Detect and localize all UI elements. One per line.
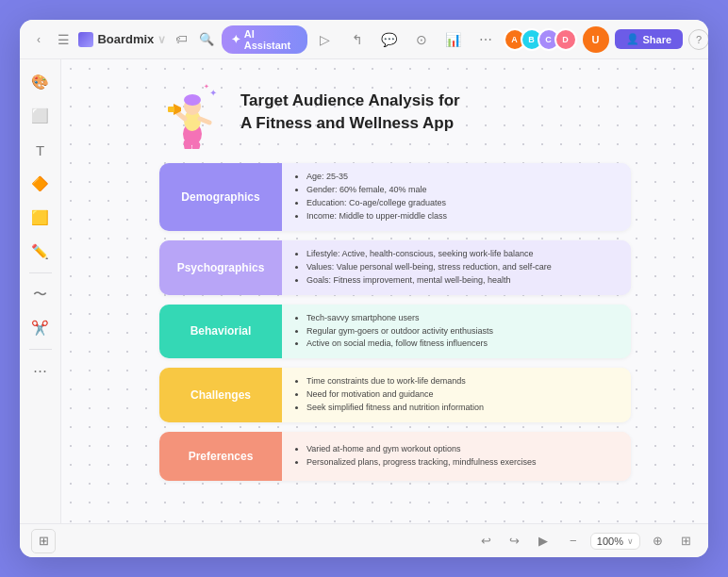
more-tools[interactable]: ⋯ <box>25 355 56 386</box>
pref-bullet-2: Personalized plans, progress tracking, m… <box>306 456 620 470</box>
chall-bullet-3: Seek simplified fitness and nutrition in… <box>306 402 620 415</box>
avatar-group: A B C D <box>504 28 577 51</box>
canvas[interactable]: ✦ ✦ Target Audience Analysis for A Fitne… <box>61 59 708 523</box>
select-tool[interactable]: ⬜ <box>25 101 56 131</box>
behav-bullet-2: Regular gym-goers or outdoor activity en… <box>306 325 620 338</box>
illustration: ✦ ✦ <box>159 74 225 150</box>
search-button[interactable]: 🔍 <box>197 29 216 50</box>
avatar-4: D <box>554 28 577 51</box>
comment-icon[interactable]: 💬 <box>377 27 402 52</box>
grid-view-button[interactable]: ⊞ <box>674 530 697 552</box>
curve-tool[interactable]: 〜 <box>25 279 56 309</box>
svg-point-5 <box>184 94 201 106</box>
app-window: ‹ ☰ Boardmix ∨ 🏷 🔍 ✦ AI Assistant ▷ ↰ 💬 … <box>20 20 708 557</box>
svg-text:✦: ✦ <box>204 83 209 90</box>
challenges-content: Time constraints due to work-life demand… <box>282 368 631 422</box>
brand-name: Boardmix <box>97 32 154 46</box>
zoom-level: 100% <box>597 536 623 547</box>
challenges-label: Challenges <box>159 368 282 422</box>
share-label: Share <box>643 34 672 45</box>
psychographics-label: Psychographics <box>159 240 282 295</box>
brand-chevron: ∨ <box>157 33 166 46</box>
ai-star-icon: ✦ <box>231 33 240 46</box>
play-icon[interactable]: ▷ <box>313 27 338 52</box>
tag-button[interactable]: 🏷 <box>172 29 190 50</box>
toolbar-separator <box>29 272 52 273</box>
diagram-title: Target Audience Analysis for A Fitness a… <box>240 90 460 135</box>
zoom-out-button[interactable]: − <box>562 530 585 552</box>
svg-line-7 <box>200 119 209 123</box>
undo-button[interactable]: ↩ <box>475 530 498 552</box>
share-icon: 👤 <box>626 33 639 45</box>
preferences-content: Varied at-home and gym workout options P… <box>282 432 631 481</box>
chall-bullet-2: Need for motivation and guidance <box>306 388 620 402</box>
timer-icon[interactable]: ⊙ <box>409 27 434 52</box>
scissors-tool[interactable]: ✂️ <box>25 313 56 343</box>
back-button[interactable]: ‹ <box>29 29 48 50</box>
main-area: 🎨 ⬜ T 🔶 🟨 ✏️ 〜 ✂️ ⋯ <box>20 59 708 523</box>
diagram: ✦ ✦ Target Audience Analysis for A Fitne… <box>159 74 686 481</box>
challenges-card: Challenges Time constraints due to work-… <box>159 368 631 422</box>
sticky-tool[interactable]: 🟨 <box>25 203 56 233</box>
pref-bullet-1: Varied at-home and gym workout options <box>306 443 620 456</box>
preferences-label: Preferences <box>159 432 282 481</box>
psycho-bullet-2: Values: Value personal well-being, stres… <box>306 261 620 274</box>
demographics-bullet-4: Income: Middle to upper-middle class <box>306 210 620 223</box>
preferences-card: Preferences Varied at-home and gym worko… <box>159 432 631 481</box>
pen-tool[interactable]: ✏️ <box>25 237 56 267</box>
ai-button-label: AI Assistant <box>244 28 298 51</box>
demographics-label: Demographics <box>159 163 282 231</box>
behavioral-label: Behaviorial <box>159 305 282 359</box>
psycho-bullet-3: Goals: Fitness improvement, mental well-… <box>306 274 620 288</box>
brand-logo: Boardmix ∨ <box>78 32 166 47</box>
bottombar: ⊞ ↩ ↪ ▶ − 100% ∨ ⊕ ⊞ <box>20 523 708 557</box>
play-button[interactable]: ▶ <box>532 530 554 552</box>
behav-bullet-1: Tech-savvy smartphone users <box>306 312 620 325</box>
left-toolbar: 🎨 ⬜ T 🔶 🟨 ✏️ 〜 ✂️ ⋯ <box>20 59 61 523</box>
chall-bullet-1: Time constraints due to work-life demand… <box>306 375 620 388</box>
psycho-bullet-1: Lifestyle: Active, health-conscious, see… <box>306 248 620 261</box>
behav-bullet-3: Active on social media, follow fitness i… <box>306 338 620 351</box>
demographics-content: Age: 25-35 Gender: 60% female, 40% male … <box>282 163 631 231</box>
ai-assistant-button[interactable]: ✦ AI Assistant <box>222 25 307 54</box>
current-user-avatar[interactable]: U <box>583 26 609 53</box>
demographics-bullet-3: Education: Co-age/college graduates <box>306 197 620 210</box>
redo-button[interactable]: ↪ <box>504 530 526 552</box>
chart-icon[interactable]: 📊 <box>441 27 466 52</box>
help-button[interactable]: ? <box>688 29 708 50</box>
toolbar-separator-2 <box>29 349 52 350</box>
hamburger-button[interactable]: ☰ <box>54 29 73 50</box>
psychographics-content: Lifestyle: Active, health-conscious, see… <box>282 240 631 295</box>
svg-rect-9 <box>168 107 174 112</box>
database-icon[interactable]: ⊞ <box>31 529 56 553</box>
title-area: ✦ ✦ Target Audience Analysis for A Fitne… <box>159 74 460 150</box>
share-button[interactable]: 👤 Share <box>615 29 684 49</box>
demographics-bullet-1: Age: 25-35 <box>306 171 620 184</box>
svg-text:✦: ✦ <box>209 88 217 98</box>
brand-dot <box>78 32 93 47</box>
shape-tool[interactable]: 🔶 <box>25 169 56 199</box>
behavioral-content: Tech-savvy smartphone users Regular gym-… <box>282 305 631 359</box>
demographics-card: Demographics Age: 25-35 Gender: 60% fema… <box>159 163 631 231</box>
more-icon[interactable]: ⋯ <box>473 27 498 52</box>
demographics-bullet-2: Gender: 60% female, 40% male <box>306 184 620 197</box>
text-tool[interactable]: T <box>25 135 56 165</box>
psychographics-card: Psychographics Lifestyle: Active, health… <box>159 240 631 295</box>
topbar: ‹ ☰ Boardmix ∨ 🏷 🔍 ✦ AI Assistant ▷ ↰ 💬 … <box>20 20 708 59</box>
cursor-icon[interactable]: ↰ <box>345 27 370 52</box>
zoom-chevron-icon: ∨ <box>627 536 634 546</box>
zoom-group[interactable]: 100% ∨ <box>590 533 640 550</box>
behavioral-card: Behaviorial Tech-savvy smartphone users … <box>159 305 631 359</box>
zoom-fit-button[interactable]: ⊕ <box>646 530 669 552</box>
palette-tool[interactable]: 🎨 <box>25 67 56 97</box>
